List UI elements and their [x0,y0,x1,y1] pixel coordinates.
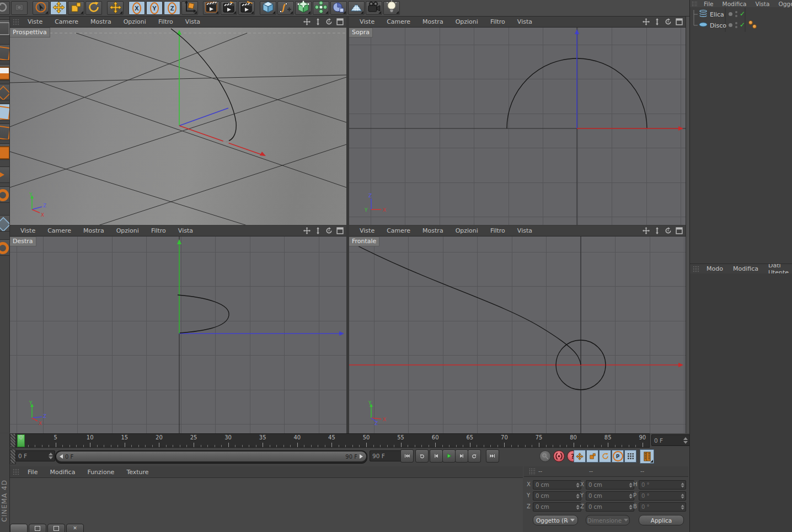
timeline-window-button[interactable] [640,449,654,464]
viewport-menu-item[interactable]: Vista [172,227,199,234]
viewport-menu-item[interactable]: Opzioni [110,227,145,234]
viewport-menu-item[interactable]: Opzioni [117,18,152,25]
viewport-label[interactable]: Frontale [349,237,379,246]
pos-x-field[interactable]: 0 cm [533,480,581,490]
viewport-menu-item[interactable]: Mostra [416,227,449,234]
rotate-tool[interactable] [85,1,102,15]
viewport-canvas-front[interactable]: Frontale Y X Z [349,237,686,433]
add-primitive-cube-button[interactable] [260,1,276,15]
visibility-render-dot-top[interactable] [735,11,737,13]
viewport-menu-item[interactable]: Filtro [484,18,511,25]
lock-z-axis-button[interactable]: Z [164,1,180,15]
tag-dot-icon[interactable] [752,24,757,29]
frame-start-spinner[interactable]: 0 F [15,450,55,461]
next-key-button[interactable] [468,449,481,463]
attribute-manager-menu-item[interactable]: Dati Utente [763,264,792,274]
spinner-icon[interactable] [628,482,632,487]
key-scale-toggle[interactable] [586,450,598,463]
panel-grip-icon[interactable] [13,19,20,25]
key-position-toggle[interactable] [574,450,586,463]
key-rotation-toggle[interactable] [599,450,611,463]
current-frame-box[interactable]: 0 F [651,434,690,446]
viewport-label[interactable]: Prospettiva [10,28,50,37]
viewport-pan-icon[interactable] [643,18,650,25]
layout-tab-close[interactable]: ✕ [66,524,84,532]
mode-toolbar-button-animation[interactable] [0,186,9,203]
play-button[interactable] [442,449,456,463]
viewport-pan-icon[interactable] [303,18,311,25]
viewport-menu-item[interactable]: Filtro [152,18,179,25]
frame-range-bar[interactable]: 0 F 90 F [56,452,366,461]
viewport-rotate-icon[interactable] [665,18,672,25]
render-view-button[interactable] [203,1,220,15]
mode-toolbar-button-axis[interactable] [0,166,9,183]
viewport-menu-item[interactable]: Vista [511,227,538,234]
add-hypernurbs-button[interactable] [295,1,312,15]
visibility-editor-dot[interactable] [729,23,732,27]
material-menu-item[interactable]: Funzione [81,469,120,476]
viewport-maximize-icon[interactable] [676,227,683,234]
enabled-check-icon[interactable] [740,21,745,29]
visibility-render-dot-top[interactable] [735,22,737,24]
frame-range-slider[interactable]: 0 F 90 F [55,450,367,464]
add-light-button[interactable] [383,1,400,15]
viewport-zoom-icon[interactable] [654,18,661,25]
pos-y-field[interactable]: 0 cm [533,491,581,501]
spinner-icon[interactable] [680,482,684,487]
spinner-icon[interactable] [575,482,579,487]
previous-key-button[interactable] [415,449,429,463]
enabled-check-icon[interactable] [740,10,745,18]
viewport-menu-item[interactable]: Vista [511,18,538,25]
viewport-maximize-icon[interactable] [336,18,344,25]
rot-b-field[interactable]: 0 ° [639,502,686,512]
spinner-icon[interactable] [628,504,632,509]
add-boole-button[interactable] [330,1,347,15]
viewport-menu-item[interactable]: Mostra [416,18,449,25]
timeline-ruler[interactable]: 051015202530354045505560657075808590 [15,433,650,448]
viewport-menu-item[interactable]: Viste [22,18,49,25]
live-selection-tool[interactable] [33,1,49,15]
viewport-menu-item[interactable]: Mostra [84,18,117,25]
material-menu-item[interactable]: Modifica [44,469,81,476]
mode-toolbar-button-points[interactable] [0,104,9,120]
viewport-menu-item[interactable]: Opzioni [449,227,484,234]
viewport-scroll-strip[interactable] [686,17,689,433]
render-settings-button[interactable] [238,1,255,15]
undo-button[interactable] [0,1,10,15]
viewport-label[interactable]: Sopra [349,28,373,37]
viewport-menu-item[interactable]: Vista [179,18,206,25]
material-manager-area[interactable] [10,478,523,532]
size-y-field[interactable]: 0 cm [586,491,634,501]
range-right-arrow-icon[interactable] [360,454,363,459]
spinner-icon[interactable] [682,437,687,444]
viewport-rotate-icon[interactable] [665,227,672,234]
viewport-zoom-icon[interactable] [654,227,661,234]
lock-y-axis-button[interactable]: Y [146,1,163,15]
dimension-dropdown[interactable]: Dimensione [586,515,630,525]
rot-p-field[interactable]: 0 ° [639,491,686,501]
move-tool[interactable] [50,1,67,15]
goto-start-button[interactable] [400,449,414,463]
spinner-icon[interactable] [628,493,632,498]
viewport-menu-item[interactable]: Viste [14,227,41,234]
viewport-menu-item[interactable]: Camere [41,227,77,234]
viewport-menu-item[interactable]: Mostra [77,227,110,234]
range-left-arrow-icon[interactable] [60,454,63,459]
coordinate-system-button[interactable] [181,1,198,15]
layout-tab-window[interactable] [29,524,46,532]
viewport-pan-icon[interactable] [303,227,311,234]
render-active-button[interactable] [221,1,237,15]
object-mode-dropdown[interactable]: Oggetto (Re [533,515,578,525]
attribute-manager-menu-item[interactable]: Modifica [728,265,763,272]
spinner-icon[interactable] [47,453,52,459]
attribute-manager-menu-item[interactable]: Modo [702,265,728,272]
last-tool-slot[interactable] [107,1,124,15]
rot-h-field[interactable]: 0 ° [639,480,686,490]
object-name[interactable]: Disco [710,22,726,29]
mode-toolbar-button-snap[interactable] [0,239,9,256]
key-parameter-toggle[interactable]: P [612,450,624,463]
size-z-field[interactable]: 0 cm [586,502,634,512]
pos-z-field[interactable]: 0 cm [533,502,581,512]
spinner-icon[interactable] [575,504,579,509]
viewport-menu-item[interactable]: Filtro [484,227,511,234]
